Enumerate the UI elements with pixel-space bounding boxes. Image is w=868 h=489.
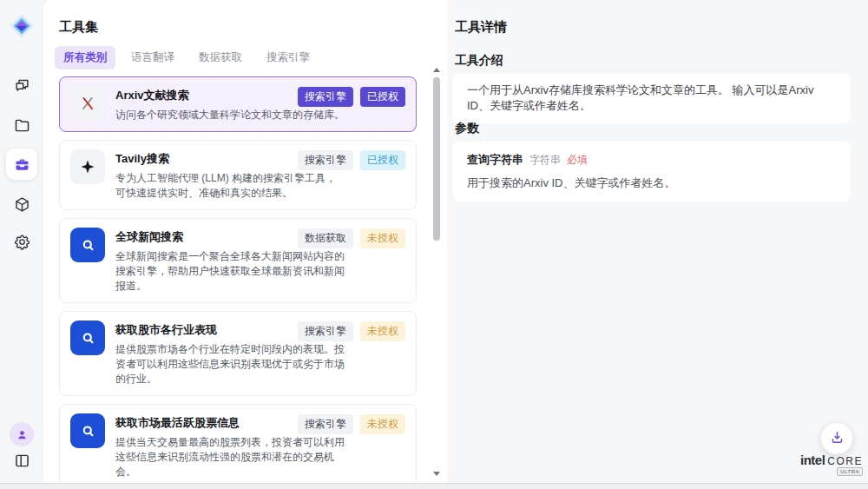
intro-box: 一个用于从Arxiv存储库搜索科学论文和文章的工具。 输入可以是Arxiv ID…: [453, 73, 850, 123]
page-title: 工具集: [59, 19, 98, 36]
category-badge: 搜索引擎: [298, 87, 353, 107]
search-tool-icon: [70, 228, 105, 262]
intel-wordmark: intel: [800, 453, 825, 467]
tool-description: 提供股票市场各个行业在特定时间段内的表现。投资者可以利用这些信息来识别表现优于或…: [115, 342, 345, 387]
auth-status-badge: 未授权: [360, 228, 405, 248]
auth-status-badge: 已授权: [360, 150, 405, 170]
category-badge: 搜索引擎: [298, 150, 353, 170]
auth-status-badge: 未授权: [360, 414, 405, 434]
panels-icon[interactable]: [6, 445, 37, 476]
params-section-title: 参数: [455, 121, 479, 136]
toolbox-icon[interactable]: [6, 149, 37, 180]
intro-section-title: 工具介绍: [455, 53, 503, 69]
tab-category-3[interactable]: 搜索引擎: [258, 46, 319, 69]
tool-card[interactable]: Arxiv文献搜索 访问各个研究领域大量科学论文和文章的存储库。 搜索引擎 已授…: [59, 76, 417, 132]
window-bottom-strip: [0, 483, 868, 489]
folder-icon[interactable]: [6, 109, 37, 141]
app-logo-icon: [6, 10, 37, 42]
param-type: 字符串: [529, 153, 561, 168]
intro-text: 一个用于从Arxiv存储库搜索科学论文和文章的工具。 输入可以是Arxiv ID…: [467, 83, 813, 112]
tab-category-2[interactable]: 数据获取: [190, 46, 251, 69]
scrollbar-thumb[interactable]: [433, 77, 440, 241]
tool-description: 提供当天交易量最高的股票列表，投资者可以利用这些信息来识别流动性强的股票和潜在的…: [115, 435, 345, 479]
tool-card-list: Arxiv文献搜索 访问各个研究领域大量科学论文和文章的存储库。 搜索引擎 已授…: [59, 76, 417, 483]
tab-category-1[interactable]: 语言翻译: [122, 46, 183, 69]
tool-card[interactable]: Tavily搜索 专为人工智能代理 (LLM) 构建的搜索引擎工具，可快速提供实…: [59, 140, 417, 210]
tool-card[interactable]: 获取市场最活跃股票信息 提供当天交易量最高的股票列表，投资者可以利用这些信息来识…: [59, 404, 417, 483]
chat-icon[interactable]: [6, 69, 37, 101]
ultra-badge: ULTRA: [837, 467, 863, 476]
core-wordmark: CORE: [827, 455, 863, 467]
search-tool-icon: [70, 320, 105, 355]
download-button[interactable]: [821, 423, 852, 454]
tool-card[interactable]: 全球新闻搜索 全球新闻搜索是一个聚合全球各大新闻网站内容的搜索引擎，帮助用户快速…: [59, 218, 417, 303]
param-box: 查询字符串 字符串 必填 用于搜索的Arxiv ID、关键字或作者姓名。: [453, 142, 850, 202]
detail-title: 工具详情: [455, 19, 507, 36]
auth-status-badge: 未授权: [360, 321, 405, 341]
category-badge: 搜索引擎: [298, 414, 353, 434]
param-description: 用于搜索的Arxiv ID、关键字或作者姓名。: [467, 175, 836, 191]
list-scrollbar[interactable]: [431, 66, 443, 478]
param-name: 查询字符串: [467, 152, 523, 168]
tool-description: 访问各个研究领域大量科学论文和文章的存储库。: [115, 108, 345, 122]
tab-category-0[interactable]: 所有类别: [55, 46, 115, 69]
download-icon: [830, 430, 845, 448]
search-tool-icon: [70, 413, 105, 448]
auth-status-badge: 已授权: [360, 87, 405, 107]
settings-icon[interactable]: [6, 226, 37, 257]
tool-description: 专为人工智能代理 (LLM) 构建的搜索引擎工具，可快速提供实时、准确和真实的结…: [115, 171, 345, 201]
tool-detail-panel: 工具详情 工具介绍 一个用于从Arxiv存储库搜索科学论文和文章的工具。 输入可…: [447, 0, 868, 483]
tool-description: 全球新闻搜索是一个聚合全球各大新闻网站内容的搜索引擎，帮助用户快速获取全球最新资…: [115, 249, 345, 294]
tool-card[interactable]: 获取股市各行业表现 提供股票市场各个行业在特定时间段内的表现。投资者可以利用这些…: [59, 311, 417, 396]
category-badge: 数据获取: [298, 228, 353, 248]
param-required-badge: 必填: [567, 153, 588, 168]
category-badge: 搜索引擎: [298, 321, 353, 341]
category-tabs: 所有类别语言翻译数据获取搜索引擎: [55, 46, 319, 69]
tool-list-panel: 工具集 所有类别语言翻译数据获取搜索引擎 Arxiv文献搜索 访问各个研究领域大…: [43, 0, 447, 483]
cube-icon[interactable]: [6, 188, 37, 220]
scroll-down-arrow-icon[interactable]: [433, 472, 440, 476]
user-avatar: [10, 422, 34, 446]
tavily-tool-icon: [70, 149, 105, 184]
scroll-up-arrow-icon[interactable]: [433, 68, 440, 72]
app-sidebar: [0, 0, 43, 483]
arxiv-tool-icon: [70, 86, 105, 121]
intel-core-logo: intel CORE ULTRA: [799, 453, 865, 467]
